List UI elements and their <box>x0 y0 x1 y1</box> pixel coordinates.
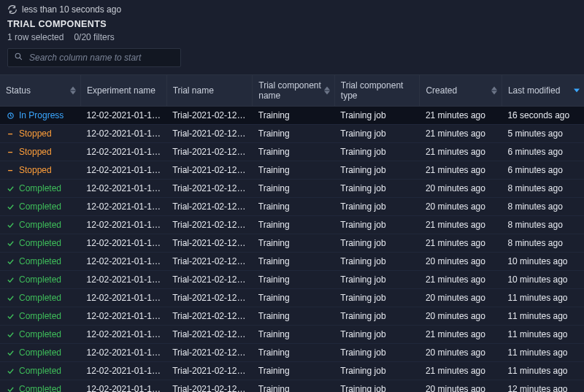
table-row[interactable]: Completed12-02-2021-01-16-28-...Trial-20… <box>0 380 584 393</box>
status-in_progress-icon <box>6 112 15 120</box>
col-header-trial-component-name[interactable]: Trial component name <box>253 75 335 107</box>
status-completed-icon <box>6 185 15 193</box>
column-search[interactable] <box>7 48 181 67</box>
status-label: Completed <box>19 201 61 212</box>
cell-experiment-name: 12-02-2021-01-16-28-... <box>80 380 166 393</box>
cell-trial-name: Trial-2021-02-12-0117... <box>166 234 253 253</box>
col-header-created[interactable]: Created <box>420 75 502 107</box>
cell-trial-name: Trial-2021-02-12-0117... <box>166 198 253 216</box>
status-label: Completed <box>19 238 61 248</box>
cell-trial-component-type: Training job <box>334 326 420 344</box>
cell-last-modified: 8 minutes ago <box>502 234 584 253</box>
column-search-input[interactable] <box>29 53 174 63</box>
cell-last-modified: 16 seconds ago <box>502 107 584 125</box>
status-completed-icon <box>6 294 15 302</box>
table-row[interactable]: Completed12-02-2021-01-16-28-...Trial-20… <box>0 216 584 234</box>
cell-trial-component-name: Training <box>253 125 335 143</box>
svg-marker-6 <box>491 87 497 91</box>
sort-icon <box>324 86 330 95</box>
svg-marker-4 <box>324 87 330 91</box>
cell-trial-component-type: Training job <box>334 216 420 234</box>
col-header-experiment-name[interactable]: Experiment name <box>80 75 166 107</box>
cell-experiment-name: 12-02-2021-01-16-28-... <box>80 216 166 234</box>
cell-trial-component-name: Training <box>253 161 335 180</box>
cell-trial-component-name: Training <box>253 344 335 362</box>
table-row[interactable]: Completed12-02-2021-01-16-28-...Trial-20… <box>0 326 584 344</box>
table-row[interactable]: Completed12-02-2021-01-16-28-...Trial-20… <box>0 271 584 289</box>
last-refresh-time: less than 10 seconds ago <box>22 4 121 15</box>
cell-experiment-name: 12-02-2021-01-16-28-... <box>80 307 166 326</box>
cell-last-modified: 8 minutes ago <box>502 216 584 234</box>
cell-experiment-name: 12-02-2021-01-16-28-... <box>80 234 166 253</box>
cell-created: 21 minutes ago <box>420 107 502 125</box>
cell-trial-name: Trial-2021-02-12-0116... <box>166 271 253 289</box>
cell-trial-name: Trial-2021-02-12-0116... <box>166 161 253 180</box>
table-row[interactable]: Completed12-02-2021-01-16-28-...Trial-20… <box>0 362 584 380</box>
cell-trial-component-name: Training <box>253 362 335 380</box>
status-completed-icon <box>6 239 15 247</box>
svg-line-1 <box>20 58 22 60</box>
svg-marker-7 <box>491 91 497 95</box>
table-row[interactable]: Completed12-02-2021-01-16-28-...Trial-20… <box>0 289 584 307</box>
cell-trial-name: Trial-2021-02-12-0117... <box>166 307 253 326</box>
cell-experiment-name: 12-02-2021-01-16-28-... <box>80 161 166 180</box>
col-header-trial-component-type[interactable]: Trial component type <box>334 75 420 107</box>
cell-last-modified: 11 minutes ago <box>502 344 584 362</box>
cell-experiment-name: 12-02-2021-01-16-28-... <box>80 271 166 289</box>
status-stopped-icon: – <box>6 128 15 139</box>
sort-icon <box>491 86 497 95</box>
cell-trial-component-type: Training job <box>334 125 420 143</box>
table-row[interactable]: –Stopped12-02-2021-01-16-28-...Trial-202… <box>0 161 584 180</box>
cell-created: 21 minutes ago <box>420 362 502 380</box>
cell-created: 20 minutes ago <box>420 198 502 216</box>
cell-last-modified: 8 minutes ago <box>502 180 584 198</box>
cell-trial-name: Trial-2021-02-12-0117... <box>166 143 253 161</box>
status-label: Completed <box>19 220 61 230</box>
cell-created: 20 minutes ago <box>420 344 502 362</box>
status-label: Completed <box>19 183 61 193</box>
col-header-last-modified[interactable]: Last modified <box>502 75 584 107</box>
cell-trial-component-name: Training <box>253 234 335 253</box>
table-row[interactable]: –Stopped12-02-2021-01-16-28-...Trial-202… <box>0 143 584 161</box>
col-header-status[interactable]: Status <box>0 75 80 107</box>
table-row[interactable]: Completed12-02-2021-01-16-28-...Trial-20… <box>0 234 584 253</box>
status-label: Completed <box>19 293 61 303</box>
cell-experiment-name: 12-02-2021-01-16-28-... <box>80 143 166 161</box>
table-row[interactable]: In Progress12-02-2021-01-16-28-...Trial-… <box>0 107 584 125</box>
table-row[interactable]: Completed12-02-2021-01-16-28-...Trial-20… <box>0 180 584 198</box>
status-completed-icon <box>6 385 15 393</box>
cell-trial-name: Trial-2021-02-12-0117... <box>166 344 253 362</box>
cell-trial-component-type: Training job <box>334 234 420 253</box>
cell-trial-component-name: Training <box>253 271 335 289</box>
status-label: Completed <box>19 384 61 392</box>
status-completed-icon <box>6 258 15 266</box>
cell-last-modified: 10 minutes ago <box>502 253 584 271</box>
cell-last-modified: 5 minutes ago <box>502 125 584 143</box>
cell-last-modified: 11 minutes ago <box>502 326 584 344</box>
cell-last-modified: 12 minutes ago <box>502 380 584 393</box>
cell-trial-component-type: Training job <box>334 380 420 393</box>
table-row[interactable]: Completed12-02-2021-01-16-28-...Trial-20… <box>0 307 584 326</box>
refresh-icon[interactable] <box>7 4 18 15</box>
cell-experiment-name: 12-02-2021-01-16-28-... <box>80 107 166 125</box>
cell-trial-name: Trial-2021-02-12-0117... <box>166 125 253 143</box>
cell-trial-name: Trial-2021-02-12-0116... <box>166 216 253 234</box>
table-row[interactable]: Completed12-02-2021-01-16-28-...Trial-20… <box>0 253 584 271</box>
cell-created: 20 minutes ago <box>420 307 502 326</box>
status-completed-icon <box>6 349 15 357</box>
svg-marker-2 <box>70 87 76 91</box>
table-row[interactable]: –Stopped12-02-2021-01-16-28-...Trial-202… <box>0 125 584 143</box>
cell-trial-name: Trial-2021-02-12-0117... <box>166 107 253 125</box>
col-header-trial-name[interactable]: Trial name <box>166 75 253 107</box>
cell-experiment-name: 12-02-2021-01-16-28-... <box>80 125 166 143</box>
svg-point-0 <box>15 53 20 58</box>
cell-trial-component-name: Training <box>253 307 335 326</box>
cell-experiment-name: 12-02-2021-01-16-28-... <box>80 289 166 307</box>
svg-marker-8 <box>574 89 580 93</box>
cell-trial-name: Trial-2021-02-12-0117... <box>166 253 253 271</box>
cell-trial-component-type: Training job <box>334 161 420 180</box>
table-row[interactable]: Completed12-02-2021-01-16-28-...Trial-20… <box>0 344 584 362</box>
table-row[interactable]: Completed12-02-2021-01-16-28-...Trial-20… <box>0 198 584 216</box>
cell-experiment-name: 12-02-2021-01-16-28-... <box>80 344 166 362</box>
cell-last-modified: 11 minutes ago <box>502 289 584 307</box>
